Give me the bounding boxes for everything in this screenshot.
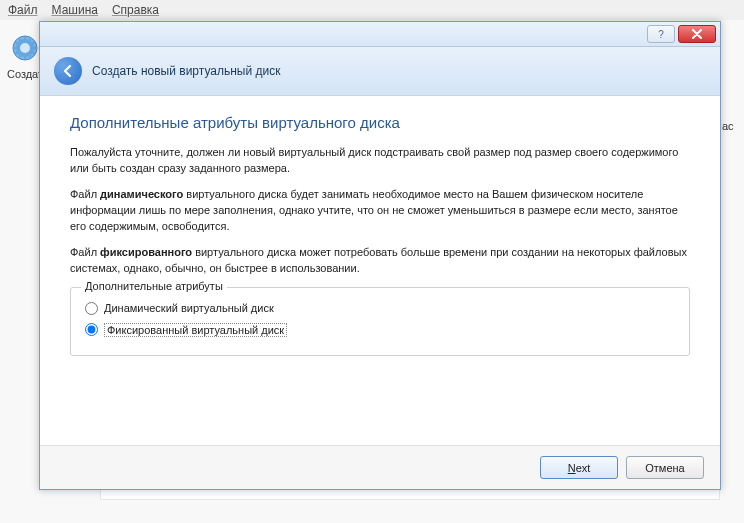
menu-file[interactable]: Файл (8, 3, 38, 17)
page-heading: Дополнительные атрибуты виртуального дис… (70, 114, 690, 131)
wizard-dialog: ? Создать новый виртуальный диск Дополни… (39, 21, 721, 490)
radio-dynamic[interactable]: Динамический виртуальный диск (83, 298, 677, 319)
menubar: Файл Машина Справка (0, 0, 744, 20)
back-button[interactable] (54, 57, 82, 85)
close-icon (690, 29, 704, 39)
radio-fixed-input[interactable] (85, 323, 98, 336)
wizard-content: Дополнительные атрибуты виртуального дис… (40, 96, 720, 445)
dynamic-paragraph: Файл динамического виртуального диска бу… (70, 187, 690, 235)
svg-point-1 (20, 43, 30, 53)
fieldset-legend: Дополнительные атрибуты (81, 280, 227, 292)
radio-dynamic-input[interactable] (85, 302, 98, 315)
wizard-header: Создать новый виртуальный диск (40, 47, 720, 96)
attributes-fieldset: Дополнительные атрибуты Динамический вир… (70, 287, 690, 356)
wizard-title: Создать новый виртуальный диск (92, 64, 280, 78)
next-button[interactable]: Next (540, 456, 618, 479)
help-button[interactable]: ? (647, 25, 675, 43)
radio-dynamic-label[interactable]: Динамический виртуальный диск (104, 302, 274, 314)
right-fragment: ас (722, 120, 744, 180)
gear-icon[interactable] (9, 32, 41, 64)
menu-machine[interactable]: Машина (52, 3, 98, 17)
radio-fixed-label[interactable]: Фиксированный виртуальный диск (104, 323, 287, 337)
menu-help[interactable]: Справка (112, 3, 159, 17)
close-button[interactable] (678, 25, 716, 43)
intro-paragraph: Пожалуйста уточните, должен ли новый вир… (70, 145, 690, 177)
wizard-footer: Next Отмена (40, 445, 720, 489)
radio-fixed[interactable]: Фиксированный виртуальный диск (83, 319, 677, 341)
arrow-left-icon (60, 63, 76, 79)
cancel-button[interactable]: Отмена (626, 456, 704, 479)
titlebar: ? (40, 22, 720, 47)
fixed-paragraph: Файл фиксированного виртуального диска м… (70, 245, 690, 277)
